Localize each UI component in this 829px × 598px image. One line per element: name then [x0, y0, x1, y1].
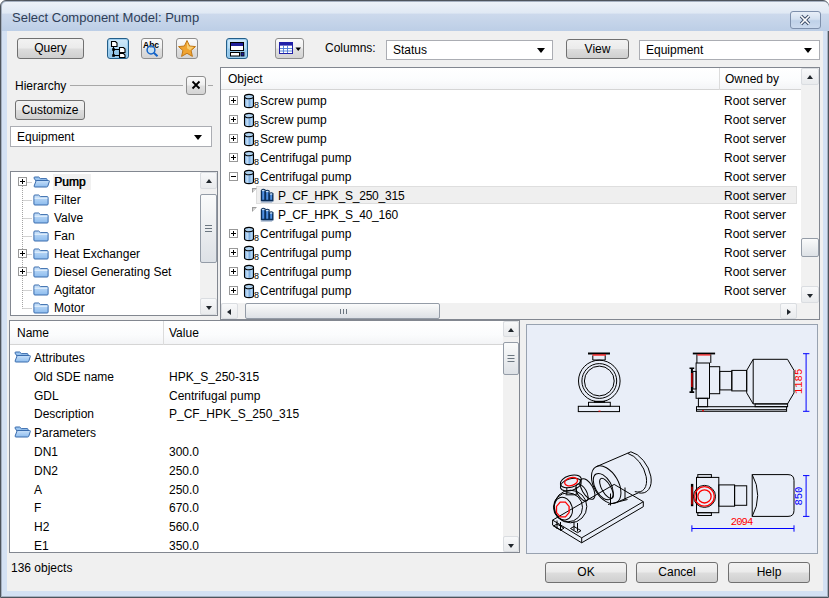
svg-text:2094: 2094 [731, 516, 754, 528]
svg-text:850: 850 [793, 487, 805, 506]
svg-text:1185: 1185 [793, 369, 805, 394]
